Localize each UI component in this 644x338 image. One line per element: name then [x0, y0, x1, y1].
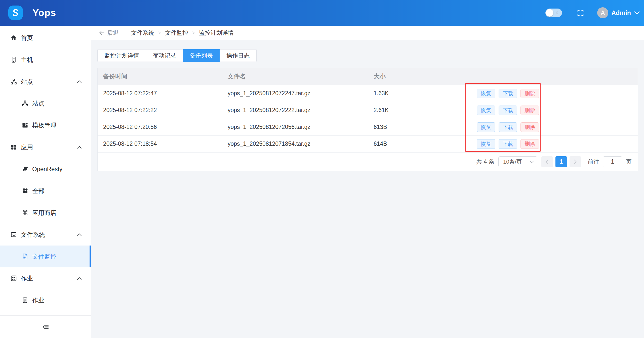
cell-size: 614B — [368, 135, 471, 152]
avatar: A — [597, 7, 608, 18]
download-button[interactable]: 下载 — [499, 139, 517, 149]
download-button[interactable]: 下载 — [499, 122, 517, 132]
sidebar-item-home[interactable]: 首页 — [0, 27, 91, 49]
restore-button[interactable]: 恢复 — [477, 89, 495, 98]
sidebar-item-apps-group[interactable]: 应用 — [0, 136, 91, 158]
sidebar-item-label: 作业 — [32, 296, 44, 304]
restore-button[interactable]: 恢复 — [477, 122, 495, 132]
sidebar-item-label: 首页 — [21, 34, 33, 42]
table-row: 2025-08-12 07:20:56yops_1_20250812072056… — [98, 119, 638, 135]
goto-page-input[interactable] — [603, 156, 622, 167]
sidebar-nav: 首页主机站点站点模板管理应用OpenResty全部应用商店文件系统文件监控作业作… — [0, 26, 91, 311]
breadcrumb-bar: 后退 文件系统文件监控监控计划详情 — [91, 26, 644, 40]
delete-button[interactable]: 删除 — [520, 122, 539, 132]
breadcrumb: 文件系统文件监控监控计划详情 — [131, 29, 234, 37]
cell-actions: 恢复下载删除 — [471, 102, 638, 119]
host-icon — [10, 56, 17, 63]
sitemap-icon — [21, 100, 28, 107]
sidebar-item-host[interactable]: 主机 — [0, 49, 91, 71]
tab-plan-detail[interactable]: 监控计划详情 — [98, 50, 146, 62]
sidebar-item-label: 应用商店 — [32, 209, 56, 217]
prev-page-button[interactable] — [541, 156, 553, 167]
sidebar-item-app-store[interactable]: 应用商店 — [0, 202, 91, 224]
sidebar-item-all-apps[interactable]: 全部 — [0, 180, 91, 202]
breadcrumb-separator-icon — [192, 31, 195, 35]
pagination-bar: 共 4 条 10条/页 1 — [98, 153, 638, 171]
sidebar: 首页主机站点站点模板管理应用OpenResty全部应用商店文件系统文件监控作业作… — [0, 26, 91, 338]
sidebar-item-file-monitor[interactable]: 文件监控 — [0, 246, 91, 267]
openresty-icon — [21, 166, 28, 173]
cell-file-name: yops_1_20250812072247.tar.gz — [222, 85, 368, 102]
cell-size: 613B — [368, 119, 471, 135]
filesystem-icon — [10, 231, 17, 238]
sidebar-item-job[interactable]: 作业 — [0, 289, 91, 311]
chevron-up-icon — [77, 80, 82, 83]
table-row: 2025-08-12 07:18:54yops_1_20250812071854… — [98, 135, 638, 152]
download-button[interactable]: 下载 — [499, 89, 517, 98]
col-size: 大小 — [368, 68, 471, 85]
table-row: 2025-08-12 07:22:47yops_1_20250812072247… — [98, 85, 638, 102]
tab-backup-list[interactable]: 备份列表 — [183, 49, 220, 62]
sidebar-item-site-group[interactable]: 站点 — [0, 71, 91, 92]
cell-backup-time: 2025-08-12 07:22:22 — [98, 102, 222, 119]
chevron-up-icon — [77, 277, 82, 280]
sidebar-item-openresty[interactable]: OpenResty — [0, 158, 91, 180]
toggle-knob — [546, 9, 553, 17]
sidebar-item-label: 站点 — [21, 78, 33, 86]
sidebar-item-site[interactable]: 站点 — [0, 92, 91, 114]
backup-table-card: 备份时间 文件名 大小 2025-08-12 07:22:47yops_1_20… — [97, 68, 638, 171]
collapse-sidebar-button[interactable] — [41, 323, 50, 331]
sidebar-item-label: 应用 — [21, 143, 33, 151]
col-file-name: 文件名 — [222, 68, 368, 85]
cell-backup-time: 2025-08-12 07:22:47 — [98, 85, 222, 102]
user-name: Admin — [611, 9, 631, 17]
breadcrumb-item[interactable]: 监控计划详情 — [199, 29, 234, 37]
tab-operation-log[interactable]: 操作日志 — [220, 50, 256, 62]
breadcrumb-item[interactable]: 文件系统 — [131, 29, 154, 37]
breadcrumb-item[interactable]: 文件监控 — [165, 29, 188, 37]
backup-table: 备份时间 文件名 大小 2025-08-12 07:22:47yops_1_20… — [98, 68, 638, 153]
page-1-button[interactable]: 1 — [555, 156, 567, 167]
sidebar-item-label: 主机 — [21, 56, 33, 64]
pagination-total: 共 4 条 — [476, 158, 494, 166]
cell-backup-time: 2025-08-12 07:18:54 — [98, 135, 222, 152]
appstore-icon — [21, 209, 28, 216]
cell-actions: 恢复下载删除 — [471, 119, 638, 135]
cell-size: 2.61K — [368, 102, 471, 119]
next-page-button[interactable] — [570, 156, 581, 167]
sidebar-item-label: 文件监控 — [32, 253, 56, 261]
table-row: 2025-08-12 07:22:22yops_1_20250812072222… — [98, 102, 638, 119]
chevron-up-icon — [77, 146, 82, 149]
page-size-select[interactable]: 10条/页 — [498, 156, 537, 167]
restore-button[interactable]: 恢复 — [477, 106, 495, 115]
user-menu[interactable]: A Admin — [597, 7, 640, 18]
sidebar-item-label: 全部 — [32, 187, 44, 195]
page-size-value: 10条/页 — [503, 158, 522, 166]
fullscreen-button[interactable] — [576, 9, 585, 17]
app-title: Yops — [32, 8, 56, 18]
cell-file-name: yops_1_20250812072056.tar.gz — [222, 119, 368, 135]
dark-mode-toggle[interactable]: ☾ — [545, 9, 562, 17]
sidebar-item-label: 模板管理 — [32, 121, 56, 129]
sidebar-item-jobs-group[interactable]: 作业 — [0, 267, 91, 289]
sidebar-item-label: OpenResty — [32, 166, 62, 173]
back-label: 后退 — [107, 29, 119, 37]
delete-button[interactable]: 删除 — [520, 89, 539, 98]
sidebar-item-template-management[interactable]: 模板管理 — [0, 114, 91, 136]
sidebar-item-label: 站点 — [32, 100, 44, 108]
page-unit-label: 页 — [626, 158, 632, 166]
tab-change-log[interactable]: 变动记录 — [146, 50, 183, 62]
download-button[interactable]: 下载 — [499, 106, 517, 115]
delete-button[interactable]: 删除 — [520, 106, 539, 115]
back-button[interactable]: 后退 — [99, 29, 119, 37]
sitemap-icon — [10, 78, 17, 85]
restore-button[interactable]: 恢复 — [477, 139, 495, 149]
main-area: 后退 文件系统文件监控监控计划详情 监控计划详情变动记录备份列表操作日志 备份时… — [91, 26, 644, 338]
cell-size: 1.63K — [368, 85, 471, 102]
sidebar-item-filesystem-group[interactable]: 文件系统 — [0, 224, 91, 246]
sidebar-footer — [0, 315, 91, 338]
cell-file-name: yops_1_20250812072222.tar.gz — [222, 102, 368, 119]
breadcrumb-divider — [125, 30, 125, 36]
delete-button[interactable]: 删除 — [520, 139, 539, 149]
table-body: 2025-08-12 07:22:47yops_1_20250812072247… — [98, 85, 638, 152]
